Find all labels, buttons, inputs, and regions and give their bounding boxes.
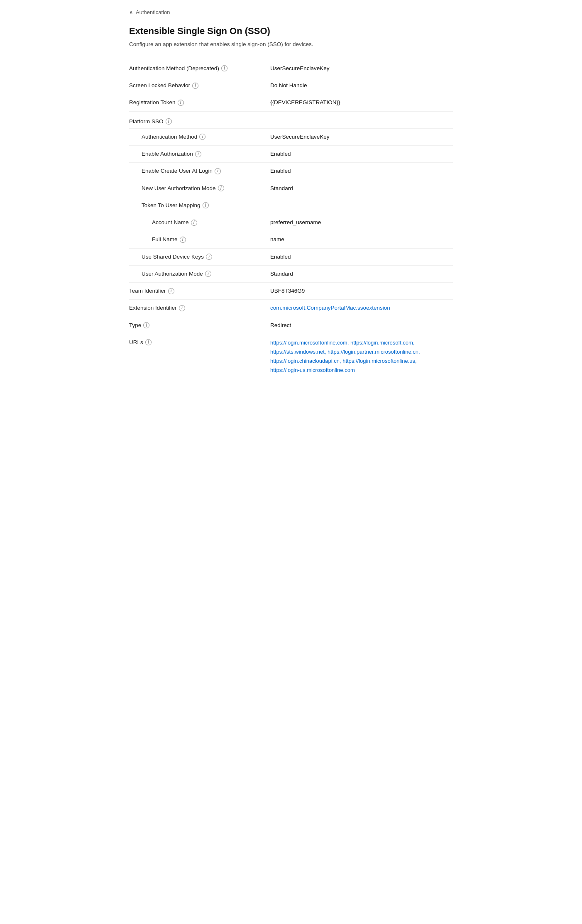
- info-icon-token-to-user-mapping[interactable]: i: [203, 202, 209, 208]
- field-row-screen-locked-behavior: Screen Locked Behavior i Do Not Handle: [129, 77, 453, 94]
- field-label-enable-create-user: Enable Create User At Login i: [129, 167, 270, 175]
- field-label-use-shared-device-keys: Use Shared Device Keys i: [129, 253, 270, 261]
- field-value-new-user-auth-mode: Standard: [270, 184, 453, 193]
- field-row-user-auth-mode: User Authorization Mode i Standard: [129, 266, 453, 283]
- field-row-urls: URLs i https://login.microsoftonline.com…: [129, 334, 453, 379]
- field-value-enable-create-user: Enabled: [270, 167, 453, 175]
- info-icon-account-name[interactable]: i: [191, 220, 197, 226]
- info-icon-platform-auth-method[interactable]: i: [199, 134, 205, 140]
- field-row-token-to-user-mapping: Token To User Mapping i: [129, 197, 453, 214]
- breadcrumb-label[interactable]: Authentication: [136, 8, 170, 17]
- info-icon-full-name[interactable]: i: [180, 237, 186, 243]
- field-row-type: Type i Redirect: [129, 317, 453, 334]
- field-value-type: Redirect: [270, 321, 453, 330]
- field-label-type: Type i: [129, 321, 270, 330]
- field-value-account-name: preferred_username: [270, 218, 453, 227]
- field-label-new-user-auth-mode: New User Authorization Mode i: [129, 184, 270, 193]
- info-icon-urls[interactable]: i: [145, 339, 152, 345]
- info-icon-enable-authorization[interactable]: i: [195, 151, 201, 157]
- field-value-user-auth-mode: Standard: [270, 270, 453, 278]
- info-icon-screen-locked-behavior[interactable]: i: [192, 83, 198, 89]
- info-icon-extension-identifier[interactable]: i: [179, 305, 185, 311]
- info-icon-enable-create-user[interactable]: i: [215, 168, 221, 174]
- field-row-team-identifier: Team Identifier i UBF8T346G9: [129, 283, 453, 300]
- info-icon-use-shared-device-keys[interactable]: i: [206, 254, 212, 260]
- field-label-screen-locked-behavior: Screen Locked Behavior i: [129, 81, 270, 90]
- field-value-auth-method-deprecated: UserSecureEnclaveKey: [270, 64, 453, 73]
- field-row-full-name: Full Name i name: [129, 231, 453, 248]
- field-label-account-name: Account Name i: [129, 218, 270, 227]
- platform-sso-fields-group: Authentication Method i UserSecureEnclav…: [129, 129, 453, 283]
- field-value-platform-auth-method: UserSecureEnclaveKey: [270, 133, 453, 141]
- breadcrumb-chevron: ∧: [129, 8, 133, 17]
- field-label-user-auth-mode: User Authorization Mode i: [129, 270, 270, 278]
- field-value-registration-token: {{DEVICEREGISTRATION}}: [270, 98, 453, 107]
- field-value-enable-authorization: Enabled: [270, 150, 453, 158]
- field-label-registration-token: Registration Token i: [129, 98, 270, 107]
- field-value-screen-locked-behavior: Do Not Handle: [270, 81, 453, 90]
- field-row-platform-auth-method: Authentication Method i UserSecureEnclav…: [129, 129, 453, 146]
- field-row-enable-create-user: Enable Create User At Login i Enabled: [129, 163, 453, 180]
- field-row-new-user-auth-mode: New User Authorization Mode i Standard: [129, 180, 453, 197]
- field-label-auth-method-deprecated: Authentication Method (Deprecated) i: [129, 64, 270, 73]
- field-label-extension-identifier: Extension Identifier i: [129, 304, 270, 312]
- field-row-enable-authorization: Enable Authorization i Enabled: [129, 146, 453, 163]
- info-icon-platform-sso[interactable]: i: [166, 118, 172, 125]
- info-icon-team-identifier[interactable]: i: [168, 288, 174, 294]
- info-icon-registration-token[interactable]: i: [178, 100, 184, 106]
- field-value-use-shared-device-keys: Enabled: [270, 253, 453, 261]
- page-container: ∧ Authentication Extensible Single Sign …: [112, 0, 470, 396]
- field-value-full-name: name: [270, 235, 453, 244]
- info-icon-type[interactable]: i: [143, 322, 149, 328]
- field-label-urls: URLs i: [129, 338, 270, 347]
- field-row-auth-method-deprecated: Authentication Method (Deprecated) i Use…: [129, 60, 453, 77]
- field-value-urls: https://login.microsoftonline.com, https…: [270, 338, 453, 375]
- field-value-team-identifier: UBF8T346G9: [270, 287, 453, 295]
- field-row-use-shared-device-keys: Use Shared Device Keys i Enabled: [129, 249, 453, 266]
- field-row-extension-identifier: Extension Identifier i com.microsoft.Com…: [129, 300, 453, 317]
- field-label-full-name: Full Name i: [129, 235, 270, 244]
- field-row-registration-token: Registration Token i {{DEVICEREGISTRATIO…: [129, 94, 453, 111]
- breadcrumb: ∧ Authentication: [129, 8, 453, 17]
- field-label-platform-auth-method: Authentication Method i: [129, 133, 270, 141]
- page-description: Configure an app extension that enables …: [129, 40, 453, 49]
- bottom-fields-group: Team Identifier i UBF8T346G9 Extension I…: [129, 283, 453, 379]
- platform-sso-label: Platform SSO i: [129, 112, 453, 129]
- info-icon-auth-method-deprecated[interactable]: i: [221, 65, 227, 71]
- top-fields-group: Authentication Method (Deprecated) i Use…: [129, 60, 453, 112]
- field-label-team-identifier: Team Identifier i: [129, 287, 270, 295]
- info-icon-user-auth-mode[interactable]: i: [205, 271, 211, 277]
- field-value-extension-identifier: com.microsoft.CompanyPortalMac.ssoextens…: [270, 304, 453, 312]
- field-label-enable-authorization: Enable Authorization i: [129, 150, 270, 158]
- field-row-account-name: Account Name i preferred_username: [129, 214, 453, 231]
- field-label-token-to-user-mapping: Token To User Mapping i: [129, 201, 270, 210]
- info-icon-new-user-auth-mode[interactable]: i: [218, 185, 224, 191]
- page-title: Extensible Single Sign On (SSO): [129, 24, 453, 38]
